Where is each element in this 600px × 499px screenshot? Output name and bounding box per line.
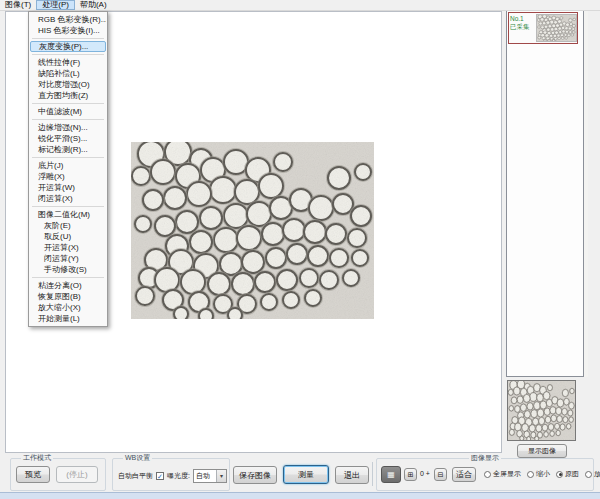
zoom-in-icon[interactable]: ⊞ — [404, 468, 417, 481]
menu-item[interactable]: 灰阶(E) — [30, 220, 106, 231]
display-mode-option[interactable]: 缩小 — [527, 469, 550, 479]
menu-item[interactable]: 浮雕(X) — [30, 171, 106, 182]
menu-item[interactable]: 取反(U) — [30, 231, 106, 242]
menu-item[interactable]: 恢复原图(B) — [30, 291, 106, 302]
display-mode-option-label: 原图 — [565, 469, 579, 479]
display-mode-option-label: 放大 — [594, 469, 600, 479]
menu-item[interactable]: 缺陷补偿(L) — [30, 68, 106, 79]
menu-item[interactable]: RGB 色彩变换(R)... — [30, 14, 106, 25]
menu-separator — [32, 54, 104, 55]
menu-item[interactable]: 标记检测(R)... — [30, 144, 106, 155]
auto-white-balance-checkbox[interactable]: ✓ — [156, 472, 164, 480]
radio-icon[interactable] — [527, 471, 534, 478]
wb-settings-group-label: WB设置 — [123, 454, 152, 462]
save-image-button[interactable]: 保存图像 — [233, 466, 277, 484]
menubar-item[interactable]: 处理(P) — [36, 0, 75, 10]
display-mode-option-label: 全屏显示 — [493, 469, 521, 479]
display-mode-option[interactable]: 原图 — [556, 469, 579, 479]
radio-icon[interactable] — [585, 471, 592, 478]
preview-thumbnail[interactable] — [508, 381, 575, 440]
chevron-down-icon[interactable]: ▾ — [216, 470, 226, 482]
specimen-image — [131, 142, 374, 319]
display-mode-radios: 全屏显示缩小原图放大 — [484, 469, 600, 479]
preview-button[interactable]: 预览 — [16, 466, 50, 483]
capture-item-index: No.1 — [510, 15, 535, 23]
auto-white-balance-label: 自动白平衡 — [118, 471, 153, 481]
display-mode-option-label: 缩小 — [536, 469, 550, 479]
menu-item[interactable]: 手动修改(S) — [30, 264, 106, 275]
menu-item[interactable]: 灰度变换(P)... — [30, 41, 106, 52]
menu-separator — [32, 277, 104, 278]
fit-button[interactable]: 适合 — [452, 467, 476, 482]
menu-item[interactable]: 闭运算(X) — [30, 193, 106, 204]
exposure-select-value: 自动 — [194, 471, 216, 481]
capture-list-scrollbar[interactable] — [584, 8, 588, 377]
application-window: 图像(T)处理(P)帮助(A) RGB 色彩变换(R)...HIS 色彩变换(I… — [0, 0, 600, 499]
menu-item[interactable]: HIS 色彩变换(I)... — [30, 25, 106, 36]
capture-item-text: No.1 已采集 — [509, 13, 536, 43]
menubar-item[interactable]: 图像(T) — [0, 0, 36, 10]
menu-separator — [32, 119, 104, 120]
capture-item-thumbnail — [536, 14, 577, 42]
menu-separator — [32, 103, 104, 104]
dropdown-menu: RGB 色彩变换(R)...HIS 色彩变换(I)...灰度变换(P)...线性… — [28, 11, 108, 327]
zoom-level-label: 0 + — [420, 470, 430, 477]
work-mode-group-label: 工作模式 — [21, 454, 53, 462]
menu-item[interactable]: 闭运算(Y) — [30, 253, 106, 264]
menu-item[interactable]: 开运算(W) — [30, 182, 106, 193]
show-image-button[interactable]: 显示图像 — [517, 444, 567, 458]
radio-icon[interactable] — [484, 471, 491, 478]
stop-button[interactable]: (停止) — [56, 466, 98, 483]
menubar-item[interactable]: 帮助(A) — [75, 0, 112, 10]
menu-item[interactable]: 图像二值化(M) — [30, 209, 106, 220]
menu-item[interactable]: 边缘增强(N)... — [30, 122, 106, 133]
image-display-group-label: 图像显示 — [469, 454, 501, 462]
menu-item[interactable]: 开运算(X) — [30, 242, 106, 253]
zoom-out-icon[interactable]: ⊟ — [434, 468, 447, 481]
menu-item[interactable]: 线性拉伸(F) — [30, 57, 106, 68]
capture-item-status: 已采集 — [510, 23, 535, 31]
menu-separator — [32, 206, 104, 207]
display-mode-option[interactable]: 全屏显示 — [484, 469, 521, 479]
radio-icon[interactable] — [556, 471, 563, 478]
menu-item[interactable]: 开始测量(L) — [30, 313, 106, 324]
menu-bar: 图像(T)处理(P)帮助(A) — [0, 0, 600, 11]
measure-button[interactable]: 测量 — [283, 465, 329, 484]
grid-icon[interactable]: ▦ — [381, 466, 401, 483]
capture-list-item[interactable]: No.1 已采集 — [508, 12, 578, 44]
menu-separator — [32, 38, 104, 39]
menu-item[interactable]: 直方图均衡(Z) — [30, 90, 106, 101]
menu-item[interactable]: 锐化平滑(S)... — [30, 133, 106, 144]
menu-item[interactable]: 对比度增强(O) — [30, 79, 106, 90]
exposure-select[interactable]: 自动 ▾ — [193, 469, 227, 483]
menu-item[interactable]: 放大缩小(X) — [30, 302, 106, 313]
menu-separator — [32, 157, 104, 158]
menu-item[interactable]: 底片(J) — [30, 160, 106, 171]
exit-button[interactable]: 退出 — [335, 466, 369, 484]
capture-list[interactable]: No.1 已采集 — [506, 8, 584, 377]
exposure-label: 曝光度: — [167, 471, 190, 481]
toolbar-divider — [372, 462, 373, 486]
preview-thumbnail-frame — [507, 380, 576, 441]
wb-settings-row: 自动白平衡 ✓ 曝光度: 自动 ▾ — [118, 469, 227, 483]
menu-item[interactable]: 粘连分离(O) — [30, 280, 106, 291]
display-mode-option[interactable]: 放大 — [585, 469, 600, 479]
window-bottom-frame — [0, 492, 600, 499]
menu-item[interactable]: 中值滤波(M) — [30, 106, 106, 117]
